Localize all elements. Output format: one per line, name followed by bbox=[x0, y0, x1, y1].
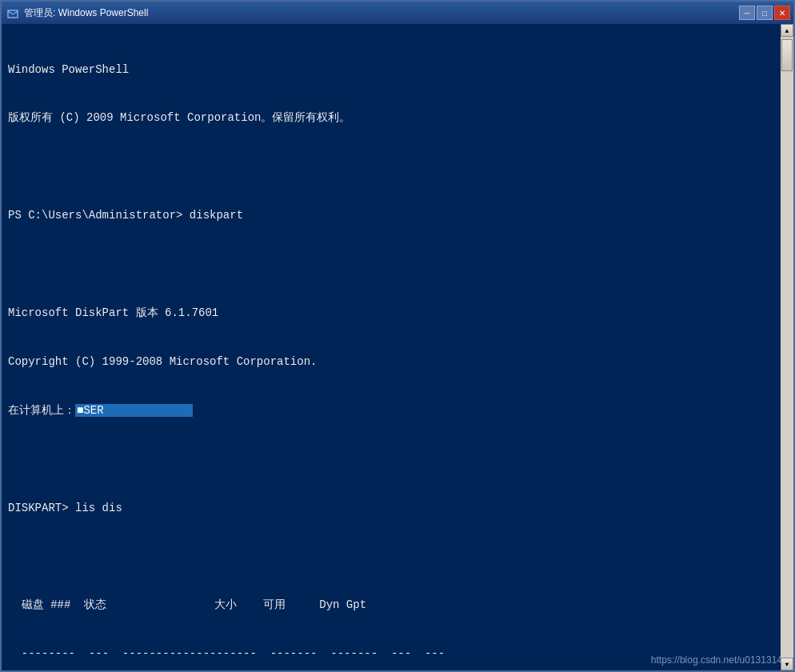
minimize-button[interactable]: ─ bbox=[739, 6, 755, 20]
window-icon bbox=[6, 6, 19, 19]
line-computer: 在计算机上：■SER bbox=[8, 402, 776, 418]
title-bar-left: 管理员: Windows PowerShell bbox=[6, 6, 148, 20]
computer-label: 在计算机上： bbox=[8, 404, 75, 417]
scroll-up-button[interactable]: ▲ bbox=[781, 24, 793, 37]
powershell-window: 管理员: Windows PowerShell ─ □ ✕ Windows Po… bbox=[0, 0, 795, 672]
line-copyright: 版权所有 (C) 2009 Microsoft Corporation。保留所有… bbox=[8, 110, 776, 126]
line-blank4 bbox=[8, 549, 776, 565]
computer-name-highlight: ■SER bbox=[75, 404, 193, 417]
line-copyright2: Copyright (C) 1999-2008 Microsoft Corpor… bbox=[8, 354, 776, 370]
scroll-track bbox=[781, 37, 793, 658]
line-ps-cmd: PS C:\Users\Administrator> diskpart bbox=[8, 207, 776, 223]
line-ps-header: Windows PowerShell bbox=[8, 62, 776, 78]
line-blank1 bbox=[8, 158, 776, 174]
line-diskpart-version: Microsoft DiskPart 版本 6.1.7601 bbox=[8, 305, 776, 321]
line-blank3 bbox=[8, 451, 776, 467]
line-blank2 bbox=[8, 256, 776, 272]
watermark: https://blog.csdn.net/u0131314... bbox=[651, 654, 790, 666]
line-lis-dis-cmd: DISKPART> lis dis bbox=[8, 500, 776, 516]
terminal-output[interactable]: Windows PowerShell 版权所有 (C) 2009 Microso… bbox=[2, 24, 781, 670]
title-bar: 管理员: Windows PowerShell ─ □ ✕ bbox=[2, 2, 793, 24]
close-button[interactable]: ✕ bbox=[774, 6, 790, 20]
scroll-thumb[interactable] bbox=[781, 39, 793, 71]
terminal-wrapper: Windows PowerShell 版权所有 (C) 2009 Microso… bbox=[2, 24, 793, 670]
table-header: 磁盘 ### 状态 大小 可用 Dyn Gpt bbox=[8, 597, 776, 613]
window-title: 管理员: Windows PowerShell bbox=[24, 6, 148, 20]
scrollbar[interactable]: ▲ ▼ bbox=[781, 24, 793, 670]
title-bar-buttons: ─ □ ✕ bbox=[739, 6, 790, 20]
maximize-button[interactable]: □ bbox=[757, 6, 773, 20]
